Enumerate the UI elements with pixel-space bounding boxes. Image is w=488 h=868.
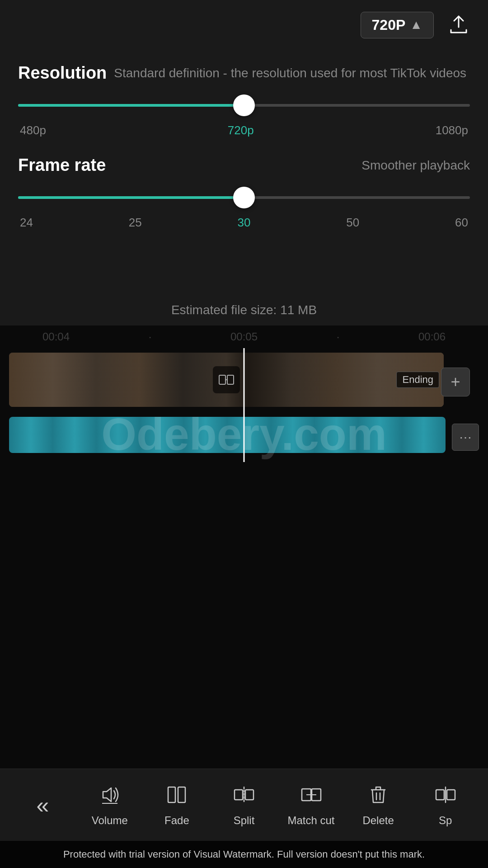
framerate-slider-labels: 24 25 30 50 60 xyxy=(18,216,470,230)
framerate-header: Frame rate Smoother playback xyxy=(18,156,470,175)
sp-label: Sp xyxy=(439,814,452,827)
framerate-section: Frame rate Smoother playback 24 25 30 50… xyxy=(18,156,470,230)
framerate-label-24: 24 xyxy=(20,216,33,230)
timestamp-dot-1: · xyxy=(103,330,197,343)
resolution-slider-thumb[interactable] xyxy=(233,94,255,116)
resolution-button[interactable]: 720P ▲ xyxy=(361,12,434,38)
volume-icon xyxy=(99,783,121,810)
protection-text-bar: Protected with trial version of Visual W… xyxy=(0,841,488,868)
video-track[interactable]: Ending xyxy=(9,353,444,407)
resolution-section: Resolution Standard definition - the res… xyxy=(18,63,470,137)
timestamp-3: 00:06 xyxy=(385,330,479,343)
resolution-label-720: 720p xyxy=(228,123,254,137)
framerate-tag: Smoother playback xyxy=(361,158,470,173)
toolbar-match-cut[interactable]: Match cut xyxy=(284,783,338,827)
track-transition-icon[interactable] xyxy=(213,366,240,393)
framerate-slider[interactable] xyxy=(18,184,470,211)
audio-track[interactable] xyxy=(9,417,446,453)
framerate-title: Frame rate xyxy=(18,156,106,175)
sp-icon xyxy=(434,783,457,810)
settings-panel: Resolution Standard definition - the res… xyxy=(0,50,488,261)
framerate-label-30: 30 xyxy=(238,216,251,230)
resolution-slider[interactable] xyxy=(18,92,470,119)
resolution-label: 720P xyxy=(372,17,406,33)
back-icon[interactable]: « xyxy=(36,794,49,816)
split-icon xyxy=(233,783,255,810)
resolution-label-1080: 1080p xyxy=(436,123,468,137)
match-cut-icon xyxy=(300,783,323,810)
resolution-subtitle: Standard definition - the resolution use… xyxy=(114,66,470,80)
match-cut-label: Match cut xyxy=(288,814,335,827)
framerate-label-50: 50 xyxy=(346,216,359,230)
timeline-area: 00:04 · 00:05 · 00:06 xyxy=(0,326,488,769)
toolbar-volume[interactable]: Volume xyxy=(83,783,137,827)
audio-waveform xyxy=(9,417,446,453)
export-button[interactable] xyxy=(443,9,474,41)
svg-rect-5 xyxy=(235,790,243,800)
ending-badge: Ending xyxy=(396,372,439,388)
svg-rect-14 xyxy=(447,790,455,800)
audio-track-options[interactable]: ⋯ xyxy=(452,424,479,451)
resolution-label-480: 480p xyxy=(20,123,46,137)
file-size-container: Estimated file size: 11 MB xyxy=(0,303,488,317)
svg-rect-3 xyxy=(168,787,175,802)
toolbar-split[interactable]: Split xyxy=(217,783,271,827)
delete-icon xyxy=(367,783,389,810)
back-button[interactable]: « xyxy=(15,794,70,816)
resolution-header: Resolution Standard definition - the res… xyxy=(18,63,470,83)
resolution-slider-fill xyxy=(18,104,244,107)
fade-label: Fade xyxy=(164,814,189,827)
bottom-toolbar: « Volume Fade xyxy=(0,769,488,841)
framerate-label-60: 60 xyxy=(455,216,468,230)
split-label: Split xyxy=(234,814,255,827)
playhead xyxy=(244,348,245,462)
volume-label: Volume xyxy=(92,814,128,827)
audio-options-icon: ⋯ xyxy=(459,430,472,445)
top-bar: 720P ▲ xyxy=(0,0,488,50)
svg-rect-1 xyxy=(227,375,234,384)
toolbar-fade[interactable]: Fade xyxy=(150,783,204,827)
framerate-slider-fill xyxy=(18,196,244,199)
framerate-label-25: 25 xyxy=(129,216,142,230)
resolution-chevron-icon: ▲ xyxy=(410,18,422,32)
timestamp-2: 00:05 xyxy=(197,330,291,343)
timeline-timestamps: 00:04 · 00:05 · 00:06 xyxy=(0,326,488,348)
fade-icon xyxy=(165,783,188,810)
timestamp-1: 00:04 xyxy=(9,330,103,343)
toolbar-sp[interactable]: Sp xyxy=(418,783,473,827)
delete-label: Delete xyxy=(362,814,394,827)
resolution-title: Resolution xyxy=(18,63,107,83)
svg-rect-13 xyxy=(436,790,444,800)
resolution-slider-labels: 480p 720p 1080p xyxy=(18,123,470,137)
add-icon: + xyxy=(450,373,460,392)
timeline-tracks: Ending + ⋯ xyxy=(0,348,488,462)
export-icon xyxy=(447,13,470,37)
svg-rect-4 xyxy=(178,787,185,802)
svg-rect-6 xyxy=(245,790,253,800)
toolbar-delete[interactable]: Delete xyxy=(351,783,405,827)
framerate-slider-thumb[interactable] xyxy=(233,187,255,208)
timestamp-dot-2: · xyxy=(291,330,385,343)
svg-rect-0 xyxy=(219,375,225,384)
add-clip-button[interactable]: + xyxy=(441,368,470,396)
file-size-text: Estimated file size: 11 MB xyxy=(171,303,317,317)
protection-text: Protected with trial version of Visual W… xyxy=(63,849,425,860)
